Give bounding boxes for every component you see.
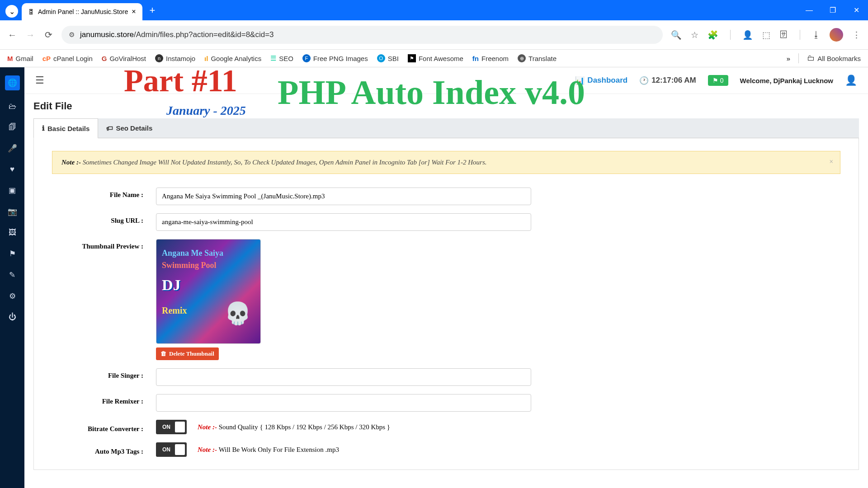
sidebar-gear-icon[interactable]: ⚙ bbox=[9, 291, 16, 301]
input-file-name[interactable] bbox=[156, 188, 531, 205]
address-bar[interactable]: ⚙ janumusic.store/Admin/files.php?action… bbox=[61, 26, 663, 44]
profile-avatar[interactable] bbox=[830, 28, 843, 42]
bookmark-star-icon[interactable]: ☆ bbox=[691, 30, 698, 40]
tab-title: Admin Panel :: JanuMusic.Store bbox=[38, 8, 128, 15]
translate-icon[interactable]: 🈂 bbox=[779, 30, 788, 40]
delete-thumbnail-button[interactable]: 🗑 Delete Thumbnail bbox=[156, 347, 219, 360]
sidebar-edit-icon[interactable]: ✎ bbox=[9, 270, 15, 280]
content-area: Edit File ℹ Basic Details 🏷 Seo Details … bbox=[24, 94, 868, 488]
tab-basic-details[interactable]: ℹ Basic Details bbox=[33, 118, 98, 138]
label-thumbnail: Thumbnail Preview : bbox=[52, 239, 156, 250]
back-button[interactable]: ← bbox=[7, 30, 17, 40]
seo-icon: ☰ bbox=[270, 54, 276, 62]
alert-close-icon[interactable]: × bbox=[829, 158, 834, 166]
label-file-name: File Name : bbox=[52, 188, 156, 199]
clock-display: 🕐 12:17:06 AM bbox=[639, 76, 696, 85]
bookmark-goviralhost[interactable]: GGoViralHost bbox=[102, 55, 146, 62]
clock-icon: 🕐 bbox=[639, 76, 649, 85]
app-topbar: ☰ Part #11 January - 2025 PHP Auto Index… bbox=[24, 67, 868, 94]
window-controls: — ❐ ✕ bbox=[797, 0, 868, 20]
label-bitrate: Bitrate Converter : bbox=[52, 422, 156, 433]
all-bookmarks[interactable]: 🗀All Bookmarks bbox=[807, 54, 861, 63]
bookmark-instamojo[interactable]: nInstamojo bbox=[155, 54, 195, 62]
close-tab-icon[interactable]: × bbox=[132, 8, 136, 16]
chrome-menu-icon[interactable]: ⋮ bbox=[852, 30, 861, 40]
sidebar-box-icon[interactable]: ▣ bbox=[9, 186, 16, 195]
downloads-icon[interactable]: ⭳ bbox=[812, 30, 821, 40]
label-remixer: File Remixer : bbox=[52, 394, 156, 405]
form-tabs: ℹ Basic Details 🏷 Seo Details bbox=[33, 118, 859, 138]
sidebar-mic-icon[interactable]: 🎤 bbox=[8, 144, 17, 153]
input-slug[interactable] bbox=[156, 213, 531, 231]
notifications-badge[interactable]: ⚑ 0 bbox=[708, 75, 728, 86]
cpanel-icon: cP bbox=[42, 55, 51, 62]
thumbnail-preview: Angana Me Saiya Swimming Pool DJ Remix 💀 bbox=[156, 239, 261, 344]
info-alert: Note :- Sometimes Changed Image Will Not… bbox=[52, 151, 840, 174]
overlay-part-text: Part #11 bbox=[124, 63, 237, 99]
toggle-bitrate[interactable]: ON bbox=[156, 420, 187, 434]
label-singer: File Singer : bbox=[52, 368, 156, 380]
new-tab-button[interactable]: + bbox=[144, 2, 161, 19]
lens-icon[interactable]: ⬚ bbox=[762, 30, 770, 40]
bitrate-note: Note :- Sound Quality { 128 Kbps / 192 K… bbox=[198, 423, 390, 431]
tab-search-button[interactable]: ⌄ bbox=[5, 5, 18, 18]
autotag-note: Note :- Will Be Work Only For File Exten… bbox=[198, 446, 339, 454]
input-singer[interactable] bbox=[156, 368, 531, 386]
freenom-icon: fn bbox=[472, 55, 479, 62]
sidebar-image-icon[interactable]: 🖼 bbox=[9, 228, 16, 237]
bookmark-freenom[interactable]: fnFreenom bbox=[472, 55, 509, 62]
bookmark-gmail[interactable]: MGmail bbox=[7, 55, 33, 62]
menu-toggle-icon[interactable]: ☰ bbox=[35, 75, 44, 86]
browser-tabstrip: ⌄ 🎛 Admin Panel :: JanuMusic.Store × + —… bbox=[0, 0, 868, 20]
flag-icon: ⚑ bbox=[712, 77, 718, 84]
url-text: janumusic.store/Admin/files.php?action=e… bbox=[80, 30, 274, 39]
bookmark-sbi[interactable]: OSBI bbox=[377, 54, 399, 62]
gmail-icon: M bbox=[7, 55, 13, 62]
folder-icon: 🗀 bbox=[807, 54, 815, 63]
bookmark-ganalytics[interactable]: ılGoogle Analytics bbox=[204, 55, 261, 62]
sidebar-power-icon[interactable]: ⏻ bbox=[9, 313, 16, 322]
bookmark-freepng[interactable]: FFree PNG Images bbox=[302, 54, 368, 62]
trash-icon: 🗑 bbox=[160, 350, 166, 357]
sidebar-heart-icon[interactable]: ♥ bbox=[10, 165, 14, 174]
sbi-icon: O bbox=[377, 54, 385, 62]
freepng-icon: F bbox=[302, 54, 311, 62]
page-title: Edit File bbox=[33, 100, 859, 112]
extensions-icon[interactable]: 🧩 bbox=[708, 30, 718, 40]
user-icon[interactable]: 👤 bbox=[845, 75, 857, 86]
bookmark-fontawesome[interactable]: ⚑Font Awesome bbox=[408, 54, 463, 62]
welcome-text: Welcome, DjPankaj Lucknow bbox=[740, 77, 833, 84]
maximize-button[interactable]: ❐ bbox=[821, 0, 844, 20]
forward-button[interactable]: → bbox=[25, 30, 35, 40]
bookmark-seo[interactable]: ☰SEO bbox=[270, 54, 293, 62]
skull-icon: 💀 bbox=[224, 300, 251, 326]
browser-tab[interactable]: 🎛 Admin Panel :: JanuMusic.Store × bbox=[22, 3, 142, 20]
admin-sidebar: 🌐 🗁 🗐 🎤 ♥ ▣ 📷 🖼 ⚑ ✎ ⚙ ⏻ bbox=[0, 67, 24, 488]
toggle-autotag[interactable]: ON bbox=[156, 442, 187, 457]
close-window-button[interactable]: ✕ bbox=[844, 0, 868, 20]
minimize-button[interactable]: — bbox=[797, 0, 821, 20]
sidebar-camera-icon[interactable]: 📷 bbox=[8, 207, 17, 216]
label-autotag: Auto Mp3 Tags : bbox=[52, 444, 156, 455]
instamojo-icon: n bbox=[155, 54, 163, 62]
site-info-icon[interactable]: ⚙ bbox=[69, 31, 75, 39]
sidebar-copy-icon[interactable]: 🗐 bbox=[9, 123, 16, 132]
translate-bm-icon: ⊕ bbox=[518, 54, 526, 62]
label-slug: Slug URL : bbox=[52, 213, 156, 225]
divider bbox=[800, 30, 800, 40]
analytics-icon: ıl bbox=[204, 55, 208, 62]
bookmark-translate[interactable]: ⊕Translate bbox=[518, 54, 557, 62]
tags-icon: 🏷 bbox=[106, 124, 113, 132]
sidebar-folder-icon[interactable]: 🗁 bbox=[9, 102, 16, 111]
bookmark-cpanel[interactable]: cPcPanel Login bbox=[42, 55, 93, 62]
reload-button[interactable]: ⟳ bbox=[43, 29, 53, 40]
bookmarks-overflow-icon[interactable]: » bbox=[787, 55, 790, 62]
input-remixer[interactable] bbox=[156, 394, 531, 412]
fontawesome-icon: ⚑ bbox=[408, 54, 416, 62]
form-body: Note :- Sometimes Changed Image Will Not… bbox=[33, 138, 859, 470]
zoom-icon[interactable]: 🔍 bbox=[671, 30, 682, 40]
tab-seo-details[interactable]: 🏷 Seo Details bbox=[98, 118, 160, 138]
sidebar-globe-icon[interactable]: 🌐 bbox=[5, 75, 20, 90]
incognito-icon[interactable]: 👤 bbox=[742, 30, 753, 40]
sidebar-flag-icon[interactable]: ⚑ bbox=[9, 249, 16, 258]
